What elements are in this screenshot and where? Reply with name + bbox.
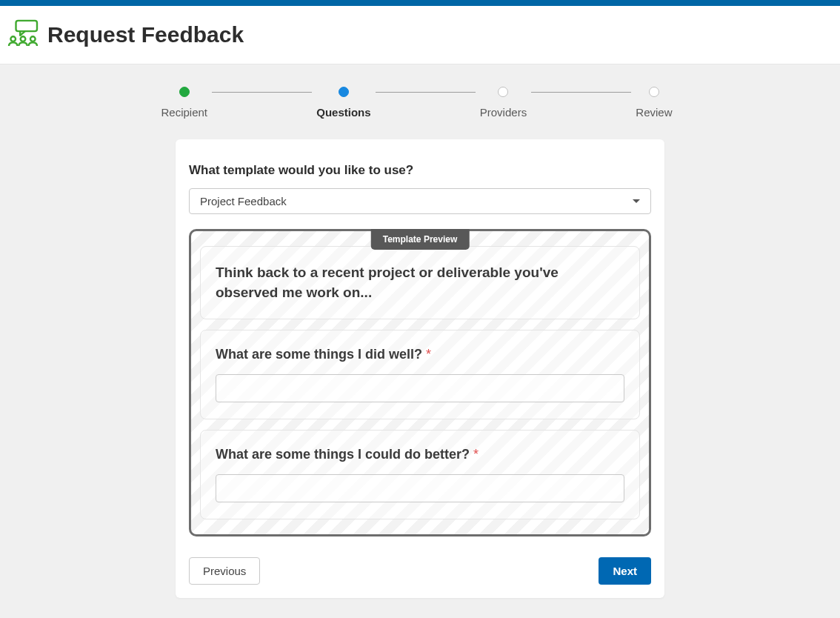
preview-question-label: What are some things I did well? * — [216, 347, 624, 362]
page-title: Request Feedback — [47, 22, 244, 47]
template-question-label: What template would you like to use? — [189, 163, 651, 178]
select-value: Project Feedback — [200, 195, 287, 207]
step-connector — [212, 92, 312, 93]
step-recipient[interactable]: Recipient — [161, 87, 208, 119]
main-card: What template would you like to use? Pro… — [176, 139, 664, 598]
top-accent-bar — [0, 0, 840, 6]
preview-question-card: What are some things I did well? * — [200, 330, 640, 419]
step-label: Providers — [480, 106, 527, 119]
template-select[interactable]: Project Feedback — [189, 188, 651, 214]
page-header: Request Feedback — [0, 6, 840, 64]
step-dot-icon — [649, 87, 659, 97]
step-providers[interactable]: Providers — [480, 87, 527, 119]
step-label: Questions — [316, 106, 370, 119]
required-asterisk: * — [426, 347, 431, 362]
step-dot-icon — [339, 87, 349, 97]
svg-rect-0 — [16, 21, 38, 31]
question-text: What are some things I could do better? — [216, 447, 470, 462]
preview-question-label: What are some things I could do better? … — [216, 447, 624, 462]
step-label: Review — [636, 106, 672, 119]
svg-point-1 — [10, 36, 16, 41]
question-text: What are some things I did well? — [216, 347, 422, 362]
progress-stepper: Recipient Questions Providers Review — [161, 87, 673, 119]
previous-button[interactable]: Previous — [189, 557, 260, 585]
required-asterisk: * — [473, 447, 479, 462]
preview-intro-text: Think back to a recent project or delive… — [216, 263, 624, 302]
template-preview-box: Template Preview Think back to a recent … — [189, 229, 651, 536]
step-dot-icon — [179, 87, 190, 97]
step-connector — [376, 92, 476, 93]
preview-answer-input — [216, 374, 624, 402]
preview-answer-input — [216, 474, 624, 502]
preview-tab-label: Template Preview — [371, 229, 470, 250]
next-button[interactable]: Next — [599, 557, 651, 585]
step-dot-icon — [498, 87, 508, 97]
step-review[interactable]: Review — [636, 87, 672, 119]
preview-question-card: What are some things I could do better? … — [200, 430, 640, 519]
step-connector — [531, 92, 631, 93]
svg-point-3 — [30, 36, 36, 41]
preview-intro-card: Think back to a recent project or delive… — [200, 246, 640, 319]
svg-point-2 — [21, 36, 26, 41]
step-questions[interactable]: Questions — [316, 87, 370, 119]
caret-down-icon — [633, 199, 640, 203]
feedback-icon — [7, 19, 39, 50]
card-footer: Previous Next — [189, 557, 651, 585]
step-label: Recipient — [161, 106, 208, 119]
